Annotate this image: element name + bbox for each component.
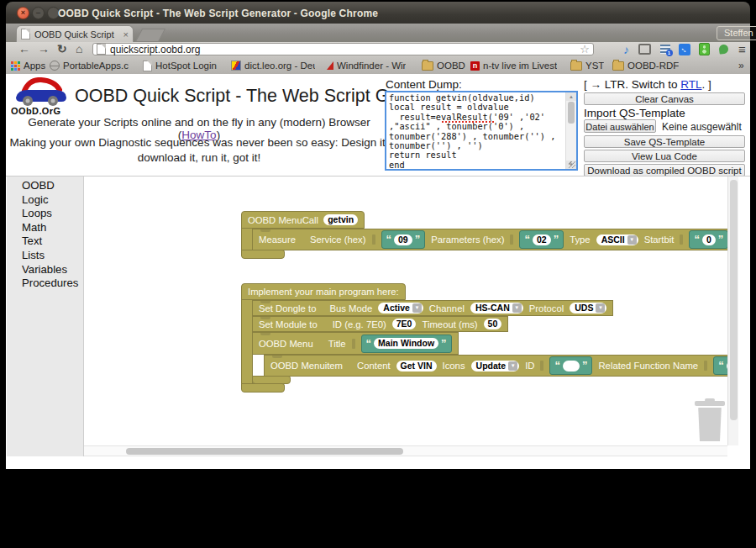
string-block-menu-title[interactable]: “ Main Window ” [361, 335, 452, 353]
bookmark-hotspot-login[interactable]: HotSpot Login [143, 57, 217, 74]
toolbox-category-lists[interactable]: Lists [7, 249, 83, 263]
block-label: OOBD Menu [259, 339, 313, 349]
apps-shortcut[interactable]: Apps [11, 57, 45, 74]
bookmark-dict-leo[interactable]: dict.leo.org - Deu [231, 57, 315, 74]
service-value-field[interactable]: 09 [394, 234, 412, 245]
action-panel: [ → LTR. Switch to RTL. ] Clear Canvas I… [582, 74, 747, 176]
diagonal-arrows-icon: ↔ [679, 44, 690, 55]
block-set-dongle[interactable]: Set Dongle to Bus Mode Active ▼ Channel … [252, 300, 613, 316]
block-main-program[interactable]: Implement your main program here: [241, 283, 406, 300]
string-block-service[interactable]: “ 09 ” [381, 230, 426, 249]
string-block-related-function[interactable]: “ getvin ” [713, 356, 727, 375]
canvas-horizontal-scrollbar[interactable] [84, 445, 727, 456]
bookmark-folder-oobd-rdf[interactable]: OOBD-RDF [612, 57, 679, 74]
block-measure[interactable]: Measure Service (hex) “ 09 ” Parameters … [252, 229, 727, 250]
toolbox-category-loops[interactable]: Loops [7, 207, 83, 221]
home-icon[interactable]: ⌂ [76, 42, 82, 56]
block-oobd-menu[interactable]: OOBD Menu Title “ Main Window ” [252, 332, 459, 355]
scroll-up-icon[interactable]: ▲ [566, 92, 576, 101]
rtl-link[interactable]: RTL [680, 78, 701, 91]
toolbox-category-procedures[interactable]: Procedures [7, 277, 83, 291]
channel-dropdown[interactable]: HS-CAN ▼ [470, 303, 523, 314]
string-block-menuitem-id[interactable]: “ ” [549, 356, 592, 375]
blockly-canvas[interactable]: OOBD MenuCall getvin Measure Service (he… [84, 177, 727, 445]
window-minimize-button[interactable]: – [32, 7, 45, 19]
menuitem-id-field[interactable] [563, 361, 580, 371]
reload-icon[interactable]: ↻ [57, 42, 67, 56]
window-close-button[interactable]: × [17, 7, 29, 19]
folder-icon [612, 61, 624, 71]
bookmark-folder-oobd[interactable]: OOBD [422, 57, 465, 74]
startbit-value-field[interactable]: 0 [702, 234, 716, 245]
view-lua-button[interactable]: View Lua Code [584, 150, 745, 162]
window-titlebar[interactable]: × – OOBD Quick Script - The Web Script G… [6, 2, 750, 24]
bookmark-label: n-tv live im Livest [483, 61, 557, 71]
horizontal-scrollbar-thumb[interactable] [126, 448, 403, 455]
amp-extension-icon[interactable] [698, 43, 711, 55]
tab-oobd-quick-script[interactable]: OOBD Quick Script × [16, 25, 134, 42]
list-extension-icon[interactable]: 1 [659, 43, 671, 55]
module-id-field[interactable]: 7E0 [392, 319, 417, 329]
cast-extension-icon[interactable] [638, 43, 651, 55]
trash-can-icon[interactable] [695, 398, 725, 442]
browser-toolbar: ← → ↻ ⌂ quickscript.oobd.org ☆ ♪ 1 ↔ ≡ [6, 42, 750, 58]
bookmark-ntv[interactable]: n n-tv live im Livest [470, 57, 557, 74]
string-block-startbit[interactable]: “ 0 ” [689, 230, 727, 249]
bookmarks-overflow-button[interactable]: » [738, 57, 744, 74]
zoom-extension-icon[interactable]: ↔ [678, 43, 690, 55]
dropdown-arrow-icon: ▼ [596, 303, 605, 313]
icons-dropdown[interactable]: Update ▼ [471, 361, 520, 371]
protocol-dropdown[interactable]: UDS ▼ [570, 303, 606, 314]
bookmark-label: OOBD [437, 61, 465, 71]
file-choose-button[interactable]: Datei auswählen [584, 119, 656, 133]
folder-icon [570, 61, 582, 71]
canvas-vertical-scrollbar[interactable] [727, 177, 738, 445]
busmode-dropdown[interactable]: Active ▼ [378, 303, 423, 314]
download-script-button[interactable]: Download as compiled OOBD script [584, 164, 745, 177]
toolbox-category-variables[interactable]: Variables [7, 263, 83, 277]
bookmark-star-icon[interactable]: ☆ [580, 45, 590, 55]
block-set-module[interactable]: Set Module to ID (e.g. 7E0) 7E0 Timeout … [252, 316, 508, 332]
bookmarks-bar: Apps PortableApps.com HotSpot Login dict… [6, 57, 750, 75]
toolbox-category-text[interactable]: Text [7, 234, 83, 249]
tab-close-icon[interactable]: × [123, 30, 129, 39]
url-text[interactable]: quickscript.oobd.org [110, 44, 575, 55]
block-label: OOBD MenuCall [248, 215, 318, 225]
toolbox-category-math[interactable]: Math [7, 221, 83, 235]
string-block-params[interactable]: “ 02 ” [519, 230, 564, 249]
save-template-button[interactable]: Save QS-Template [584, 135, 745, 148]
toolbox-category-oobd[interactable]: OOBD [7, 179, 83, 193]
content-dump-textarea[interactable]: function getvin(oldvalue,id) local resul… [385, 91, 578, 171]
textarea-scrollbar[interactable]: ▲ ▼ [565, 92, 576, 169]
bookmark-portableapps[interactable]: PortableApps.com [50, 57, 129, 74]
vertical-scrollbar-thumb[interactable] [730, 180, 738, 420]
params-value-field[interactable]: 02 [533, 234, 551, 245]
menucall-spine [241, 228, 253, 250]
toolbox-category-logic[interactable]: Logic [7, 193, 83, 208]
forward-icon[interactable]: → [38, 42, 50, 56]
menucall-name-field[interactable]: getvin [323, 214, 358, 225]
bookmark-folder-yst[interactable]: YST [570, 57, 604, 74]
pin-extension-icon[interactable] [717, 43, 730, 55]
back-icon[interactable]: ← [18, 42, 30, 56]
timeout-field[interactable]: 50 [484, 319, 502, 329]
bookmark-windfinder[interactable]: Windfinder - Win [327, 57, 406, 74]
block-oobd-menuitem[interactable]: OOBD Menuitem Content Get VIN Icons Upda… [264, 355, 727, 377]
file-status-text: Keine ausgewählt [662, 121, 742, 133]
list-icon: 1 [660, 45, 670, 54]
type-dropdown[interactable]: ASCII ▼ [596, 234, 638, 245]
url-bar[interactable]: quickscript.oobd.org ☆ [92, 43, 594, 55]
menuitem-content-field[interactable]: Get VIN [396, 361, 437, 371]
dropdown-arrow-icon: ▼ [512, 303, 522, 313]
profile-name-button[interactable]: Steffen [717, 26, 756, 40]
music-extension-icon[interactable]: ♪ [620, 43, 633, 55]
menu-title-field[interactable]: Main Window [374, 338, 438, 349]
new-tab-button[interactable] [135, 29, 166, 42]
dropdown-value: HS-CAN [475, 303, 510, 313]
clear-canvas-button[interactable]: Clear Canvas [584, 92, 745, 105]
textarea-resize-grip[interactable] [569, 161, 575, 168]
field-label: Protocol [529, 303, 564, 314]
chrome-menu-button[interactable]: ≡ [736, 43, 748, 55]
block-oobd-menucall[interactable]: OOBD MenuCall getvin [241, 211, 365, 229]
textarea-scrollbar-thumb[interactable] [568, 102, 575, 124]
